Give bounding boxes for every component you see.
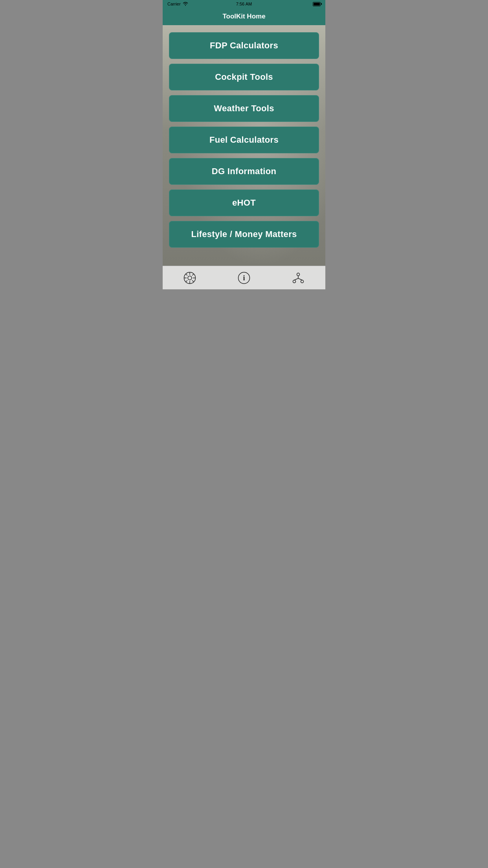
- svg-line-17: [298, 278, 302, 280]
- svg-point-14: [301, 280, 304, 283]
- cockpit-tools-button[interactable]: Cockpit Tools: [169, 64, 319, 90]
- carrier-label: Carrier: [167, 2, 181, 6]
- weather-tools-button[interactable]: Weather Tools: [169, 95, 319, 122]
- status-left: Carrier: [167, 2, 188, 7]
- svg-point-1: [188, 276, 192, 280]
- status-time: 7:56 AM: [236, 2, 252, 6]
- battery-icon: [313, 2, 321, 6]
- fuel-calculators-button[interactable]: Fuel Calculators: [169, 127, 319, 153]
- svg-line-16: [294, 278, 298, 280]
- network-button[interactable]: [291, 271, 305, 285]
- dg-information-button[interactable]: DG Information: [169, 158, 319, 185]
- main-content: FDP CalculatorsCockpit ToolsWeather Tool…: [163, 25, 325, 289]
- svg-line-8: [192, 274, 194, 275]
- fdp-calculators-button[interactable]: FDP Calculators: [169, 32, 319, 59]
- wifi-icon: [183, 2, 188, 7]
- info-button[interactable]: i: [237, 271, 251, 285]
- navigation-bar: ToolKit Home: [163, 8, 325, 25]
- svg-line-9: [186, 280, 187, 282]
- status-right: [313, 2, 321, 6]
- settings-button[interactable]: [183, 271, 197, 285]
- svg-line-6: [186, 274, 187, 275]
- svg-point-13: [293, 280, 296, 283]
- ehot-button[interactable]: eHOT: [169, 189, 319, 216]
- svg-text:i: i: [243, 274, 245, 282]
- page-title: ToolKit Home: [222, 13, 265, 20]
- svg-point-12: [297, 273, 300, 276]
- bottom-toolbar: i: [163, 266, 325, 289]
- svg-line-7: [192, 280, 194, 282]
- status-bar: Carrier 7:56 AM: [163, 0, 325, 8]
- lifestyle-money-matters-button[interactable]: Lifestyle / Money Matters: [169, 221, 319, 248]
